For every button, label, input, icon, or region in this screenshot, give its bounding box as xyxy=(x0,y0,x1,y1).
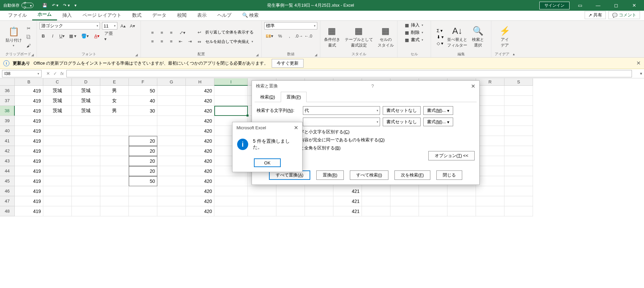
cell[interactable] xyxy=(504,206,533,216)
row-header-42[interactable]: 42 xyxy=(0,146,15,156)
cell[interactable] xyxy=(43,136,72,146)
copy-icon[interactable]: ⿻ xyxy=(25,33,33,41)
find-next-button[interactable]: 次を検索(F) xyxy=(394,170,430,180)
cell[interactable]: 茨城 xyxy=(72,86,100,96)
col-header-B[interactable]: B xyxy=(15,78,43,86)
cell[interactable] xyxy=(100,146,129,156)
spreadsheet-grid[interactable]: BCDEFGHIJKLMNOPQRS 363738394041424344454… xyxy=(0,78,644,288)
col-header-C[interactable]: C xyxy=(43,78,72,86)
increase-decimal-icon[interactable]: .0→ xyxy=(295,32,303,40)
redo-icon[interactable]: ↷ ▾ xyxy=(63,3,69,8)
find-select-button[interactable]: 🔍検索と 選択 xyxy=(471,25,485,49)
cell[interactable] xyxy=(157,156,186,166)
replace-format-button[interactable]: 書式(M)... ▾ xyxy=(423,118,453,126)
signin-button[interactable]: サインイン xyxy=(539,2,570,9)
delete-cells-button[interactable]: ▦削除▾ xyxy=(405,29,423,35)
cell[interactable] xyxy=(157,96,186,106)
font-launcher-icon[interactable]: ◢ xyxy=(135,53,138,57)
cell[interactable]: 茨城 xyxy=(72,106,100,116)
cell[interactable]: 421 xyxy=(333,186,362,196)
cell[interactable] xyxy=(276,206,305,216)
cell[interactable] xyxy=(476,106,504,116)
cell[interactable] xyxy=(72,116,100,126)
cell[interactable]: 420 xyxy=(186,136,214,146)
col-header-R[interactable]: R xyxy=(476,78,504,86)
cell[interactable] xyxy=(43,146,72,156)
cell[interactable]: 421 xyxy=(333,206,362,216)
format-as-table-button[interactable]: ▦テーブルとして 書式設定 xyxy=(343,25,374,49)
cell[interactable] xyxy=(157,106,186,116)
cell[interactable] xyxy=(129,196,157,206)
cell[interactable] xyxy=(390,186,419,196)
row-header-48[interactable]: 48 xyxy=(0,206,15,216)
comment-button[interactable]: 💬 コメント xyxy=(608,11,640,19)
cell[interactable] xyxy=(419,206,447,216)
cell[interactable] xyxy=(72,156,100,166)
minimize-icon[interactable]: — xyxy=(590,0,606,11)
cell[interactable]: 50 xyxy=(129,176,157,186)
decrease-decimal-icon[interactable]: ←.0 xyxy=(305,32,312,40)
paste-button[interactable]: 📋貼り付け▾ xyxy=(4,26,23,48)
cell[interactable] xyxy=(157,116,186,126)
align-right-icon[interactable]: ≡ xyxy=(168,38,175,45)
cell[interactable] xyxy=(504,106,533,116)
fill-icon[interactable]: ⬇ ▾ xyxy=(437,34,444,40)
cell[interactable] xyxy=(504,96,533,106)
find-what-input[interactable]: 代▾ xyxy=(303,106,380,115)
close-dialog-button[interactable]: 閉じる xyxy=(436,170,462,180)
cell[interactable] xyxy=(362,206,390,216)
decrease-font-icon[interactable]: A▾ xyxy=(129,22,136,29)
insert-cells-button[interactable]: ▦挿入▾ xyxy=(405,22,423,28)
ideas-button[interactable]: ⚡アイ デア xyxy=(498,25,512,49)
confirm-input-icon[interactable]: ✓ xyxy=(53,71,57,76)
cell[interactable] xyxy=(214,176,248,186)
cell[interactable] xyxy=(476,166,504,176)
align-launcher-icon[interactable]: ◢ xyxy=(256,53,259,57)
cell[interactable] xyxy=(43,126,72,136)
format-painter-icon[interactable]: 🖌 xyxy=(25,42,33,49)
clear-icon[interactable]: ◇ ▾ xyxy=(437,41,444,46)
cell[interactable] xyxy=(476,196,504,206)
cell[interactable] xyxy=(276,196,305,206)
tab-data[interactable]: データ xyxy=(147,10,172,20)
cell[interactable]: 420 xyxy=(186,146,214,156)
formula-bar-expand-icon[interactable]: ▾ xyxy=(638,71,644,76)
align-left-icon[interactable]: ≡ xyxy=(149,38,156,45)
cell[interactable]: 30 xyxy=(129,106,157,116)
cell[interactable] xyxy=(214,96,248,106)
font-name-combo[interactable]: 游ゴシック▾ xyxy=(40,22,100,29)
cell[interactable] xyxy=(100,136,129,146)
cell[interactable] xyxy=(476,186,504,196)
cell[interactable]: 男 xyxy=(100,106,129,116)
cell[interactable]: 茨城 xyxy=(43,96,72,106)
find-format-button[interactable]: 書式(M)... ▾ xyxy=(423,106,453,115)
cell[interactable]: 419 xyxy=(15,176,43,186)
cell[interactable] xyxy=(72,206,100,216)
cell[interactable] xyxy=(504,136,533,146)
cell[interactable] xyxy=(305,186,333,196)
cell[interactable]: 20 xyxy=(129,136,157,146)
cell[interactable] xyxy=(100,126,129,136)
dialog-help-icon[interactable]: ? xyxy=(371,83,374,89)
cell[interactable] xyxy=(100,196,129,206)
cell[interactable] xyxy=(157,136,186,146)
cell[interactable]: 茨城 xyxy=(43,106,72,116)
cell[interactable]: 420 xyxy=(186,176,214,186)
cell[interactable] xyxy=(248,196,276,206)
percent-icon[interactable]: % xyxy=(276,32,284,40)
cell[interactable]: 女 xyxy=(100,96,129,106)
cell[interactable] xyxy=(43,206,72,216)
cell[interactable] xyxy=(72,126,100,136)
cell[interactable] xyxy=(504,196,533,206)
tab-home[interactable]: ホーム xyxy=(32,9,57,20)
cell[interactable] xyxy=(476,96,504,106)
cell[interactable] xyxy=(129,206,157,216)
align-top-icon[interactable]: ≡ xyxy=(149,29,156,36)
cell[interactable] xyxy=(504,146,533,156)
cell[interactable] xyxy=(157,176,186,186)
cell[interactable] xyxy=(43,186,72,196)
cell[interactable] xyxy=(100,166,129,176)
cell[interactable]: 420 xyxy=(186,206,214,216)
cell[interactable] xyxy=(447,196,476,206)
sort-filter-button[interactable]: A↓並べ替えと フィルター xyxy=(446,25,469,49)
